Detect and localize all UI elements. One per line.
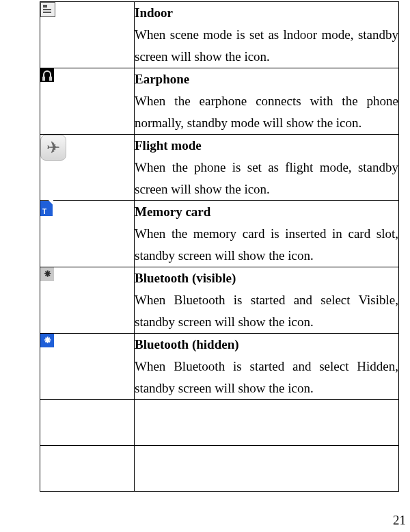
- icon-cell: [40, 446, 135, 492]
- icon-cell: ⁕: [40, 334, 135, 400]
- row-title: Indoor: [135, 2, 398, 24]
- row-body: When scene mode is set as lndoor mode, s…: [135, 24, 398, 68]
- description-cell: Memory card When the memory card is inse…: [135, 201, 399, 267]
- table-row: ✈ Flight mode When the phone is set as f…: [40, 135, 399, 201]
- indoor-icon: [40, 2, 55, 17]
- icon-cell: [40, 2, 135, 68]
- table-row: [40, 446, 399, 492]
- row-body: When the memory card is inserted in card…: [135, 223, 398, 267]
- description-cell: Flight mode When the phone is set as fli…: [135, 135, 399, 201]
- table-row: Indoor When scene mode is set as lndoor …: [40, 2, 399, 68]
- description-cell: [135, 446, 399, 492]
- table-row: [40, 400, 399, 446]
- icon-cell: ✈: [40, 135, 135, 201]
- row-body: When Bluetooth is started and select Vis…: [135, 289, 398, 333]
- row-title: Earphone: [135, 68, 398, 90]
- row-body: When Bluetooth is started and select Hid…: [135, 356, 398, 399]
- page: Indoor When scene mode is set as lndoor …: [0, 0, 410, 532]
- page-number: 21: [393, 513, 406, 528]
- row-title: Flight mode: [135, 135, 398, 157]
- description-cell: Bluetooth (visible) When Bluetooth is st…: [135, 267, 399, 334]
- description-cell: Earphone When the earphone connects with…: [135, 68, 399, 135]
- table-row: ⁕ Bluetooth (hidden) When Bluetooth is s…: [40, 334, 399, 400]
- bluetooth-hidden-icon: ⁕: [40, 334, 54, 347]
- flight-mode-icon: ✈: [40, 135, 66, 161]
- description-cell: [135, 400, 399, 446]
- icon-cell: [40, 201, 135, 267]
- icon-cell: [40, 68, 135, 135]
- icon-cell: ⁕: [40, 267, 135, 334]
- description-cell: Indoor When scene mode is set as lndoor …: [135, 2, 399, 68]
- icon-cell: [40, 400, 135, 446]
- row-title: Bluetooth (visible): [135, 267, 398, 289]
- row-title: Bluetooth (hidden): [135, 334, 398, 356]
- earphone-icon: [40, 68, 54, 82]
- memory-card-icon: [40, 201, 53, 216]
- bluetooth-visible-icon: ⁕: [40, 267, 54, 281]
- row-body: When the earphone connects with the phon…: [135, 90, 398, 134]
- row-title: Memory card: [135, 201, 398, 223]
- table-row: Memory card When the memory card is inse…: [40, 201, 399, 267]
- description-cell: Bluetooth (hidden) When Bluetooth is sta…: [135, 334, 399, 400]
- table-row: Earphone When the earphone connects with…: [40, 68, 399, 135]
- table-row: ⁕ Bluetooth (visible) When Bluetooth is …: [40, 267, 399, 334]
- icon-description-table: Indoor When scene mode is set as lndoor …: [40, 1, 399, 492]
- row-body: When the phone is set as flight mode, st…: [135, 157, 398, 200]
